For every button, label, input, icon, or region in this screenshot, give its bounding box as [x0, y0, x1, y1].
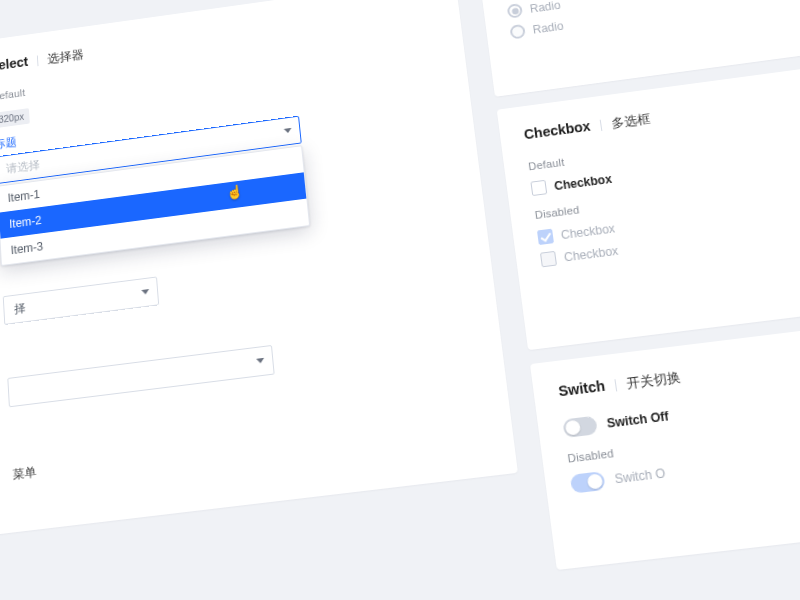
switch-title-en: Switch [557, 378, 606, 400]
checkbox-disabled-label-1: Checkbox [560, 221, 616, 241]
radio-disabled-label-2: Radio [532, 19, 564, 36]
switch-card-title: Switch 开关切换 [557, 349, 800, 402]
switch-toggle-icon [562, 416, 598, 438]
title-separator [615, 379, 618, 391]
checkbox-disabled-label-2: Checkbox [563, 243, 619, 263]
switch-toggle-icon [570, 471, 606, 494]
select-field-wide[interactable] [7, 345, 274, 407]
switch-off-label: Switch Off [606, 409, 670, 431]
checkbox-title-cn: 多选框 [610, 110, 651, 132]
checkbox-title-en: Checkbox [523, 118, 591, 142]
chevron-down-icon [256, 358, 264, 364]
checkbox-icon [537, 229, 554, 245]
switch-card: Switch 开关切换 Switch Off Disabled Switch O [530, 323, 800, 570]
chevron-down-icon [284, 128, 292, 134]
select-bottom-label: 菜单 [12, 409, 487, 483]
title-separator [37, 55, 39, 66]
switch-title-cn: 开关切换 [625, 368, 682, 393]
hand-cursor-icon: ☝️ [226, 183, 244, 200]
checkbox-card: Checkbox 多选框 Default Checkbox Disabled C… [497, 67, 800, 350]
radio-icon [509, 24, 525, 40]
checkbox-icon [540, 251, 557, 268]
title-separator [600, 120, 603, 131]
checkbox-icon [530, 180, 547, 196]
select-placeholder: 请选择 [6, 157, 41, 177]
select-field-plain[interactable]: 择 [3, 276, 159, 324]
chevron-down-icon [141, 289, 149, 295]
select-card: Select 选择器 Default 320px 标题 请选择 Item-1 I… [0, 0, 518, 535]
radio-icon [507, 3, 523, 19]
switch-disabled-on-label: Switch O [614, 466, 666, 486]
select-title-cn: 选择器 [47, 46, 84, 67]
size-chip: 320px [0, 108, 30, 128]
select-plain-value: 择 [14, 300, 26, 318]
select-title-en: Select [0, 54, 29, 74]
checkbox-default-label: Checkbox [553, 172, 612, 193]
radio-disabled-label-1: Radio [529, 0, 561, 15]
